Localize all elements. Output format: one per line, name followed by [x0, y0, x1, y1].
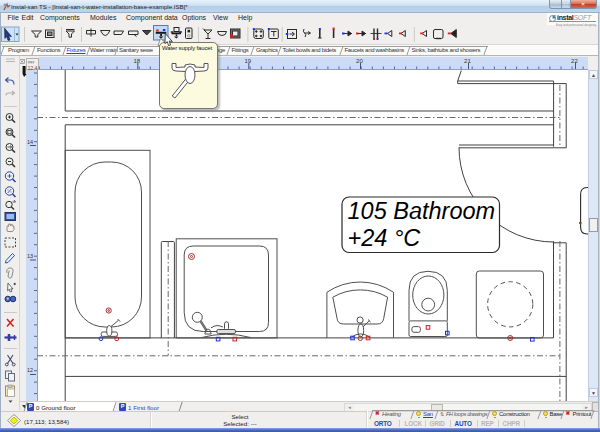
svg-text:20: 20 — [356, 58, 363, 64]
svg-text:19: 19 — [244, 58, 251, 64]
svg-text:105 Bathroom: 105 Bathroom — [348, 198, 496, 224]
svg-text:12: 12 — [27, 367, 33, 373]
svg-text:13: 13 — [27, 253, 33, 259]
svg-text:+24 °C: +24 °C — [348, 225, 422, 251]
svg-text:18: 18 — [133, 58, 140, 64]
svg-text:22: 22 — [571, 58, 578, 64]
svg-text:14: 14 — [27, 139, 33, 145]
svg-text:21: 21 — [464, 58, 471, 64]
